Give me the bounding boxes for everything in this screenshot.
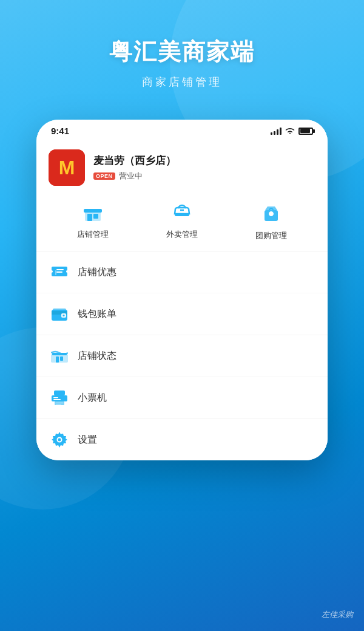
svg-rect-28 <box>56 404 61 404</box>
app-title: 粤汇美商家端 <box>109 36 255 67</box>
status-bar: 9:41 <box>36 120 328 140</box>
menu-item-store-status[interactable]: 店铺状态 <box>36 335 328 377</box>
tab-shop-management[interactable]: 店铺管理 <box>77 204 109 241</box>
wallet-icon <box>51 305 68 322</box>
printer-icon <box>51 389 68 406</box>
shop-management-label: 店铺管理 <box>77 229 109 240</box>
svg-rect-27 <box>56 403 63 403</box>
svg-text:M: M <box>59 157 75 179</box>
watermark: 左佳采购 <box>322 609 353 620</box>
menu-item-printer[interactable]: 小票机 <box>36 377 328 419</box>
delivery-management-icon <box>174 204 190 225</box>
store-info: 麦当劳（西乡店） OPEN 营业中 <box>93 154 176 182</box>
status-icons <box>271 126 313 135</box>
store-logo: M <box>49 149 85 186</box>
delivery-management-label: 外卖管理 <box>166 229 198 240</box>
battery-icon <box>298 128 313 135</box>
svg-rect-24 <box>53 399 61 400</box>
settings-label: 设置 <box>78 434 97 446</box>
svg-rect-12 <box>56 271 62 273</box>
svg-rect-21 <box>60 356 63 361</box>
menu-item-store-discount[interactable]: 店铺优惠 <box>36 251 328 293</box>
app-subtitle: 商家店铺管理 <box>109 75 255 89</box>
store-header: M 麦当劳（西乡店） OPEN 营业中 <box>36 140 328 196</box>
menu-item-settings[interactable]: 设置 <box>36 419 328 460</box>
svg-rect-23 <box>52 395 67 401</box>
nav-tabs: 店铺管理 外卖管理 <box>36 196 328 251</box>
svg-rect-5 <box>93 214 98 219</box>
svg-rect-13 <box>55 270 56 275</box>
svg-rect-3 <box>84 209 102 213</box>
store-status-icon <box>51 347 68 364</box>
wifi-icon <box>285 126 295 135</box>
ticket-icon <box>51 264 68 281</box>
group-management-icon <box>263 204 280 227</box>
store-status-label: 店铺状态 <box>78 350 116 363</box>
signal-icon <box>271 128 281 135</box>
svg-rect-18 <box>51 354 68 363</box>
svg-point-17 <box>63 315 65 316</box>
svg-point-31 <box>58 438 61 442</box>
phone-mockup: 9:41 M 麦当劳（西乡店） <box>36 120 328 460</box>
tab-delivery-management[interactable]: 外卖管理 <box>166 204 198 241</box>
store-name: 麦当劳（西乡店） <box>93 154 176 168</box>
header-section: 粤汇美商家端 商家店铺管理 <box>97 0 267 101</box>
store-status-text: 营业中 <box>119 171 143 182</box>
shop-management-icon <box>84 204 102 225</box>
svg-rect-8 <box>175 214 189 216</box>
wallet-label: 钱包账单 <box>78 308 116 321</box>
svg-rect-25 <box>53 397 58 398</box>
open-badge: OPEN <box>93 172 115 180</box>
status-time: 9:41 <box>51 126 69 136</box>
settings-icon <box>51 431 68 448</box>
menu-item-wallet[interactable]: 钱包账单 <box>36 293 328 335</box>
printer-label: 小票机 <box>78 392 107 404</box>
group-management-label: 团购管理 <box>255 230 287 241</box>
store-status-row: OPEN 营业中 <box>93 171 176 182</box>
svg-rect-11 <box>56 269 64 270</box>
store-discount-label: 店铺优惠 <box>78 266 116 279</box>
menu-list: 店铺优惠 钱包账单 <box>36 251 328 460</box>
svg-rect-4 <box>87 214 92 221</box>
svg-rect-20 <box>56 356 59 363</box>
tab-group-management[interactable]: 团购管理 <box>255 204 287 241</box>
svg-rect-22 <box>54 391 65 395</box>
